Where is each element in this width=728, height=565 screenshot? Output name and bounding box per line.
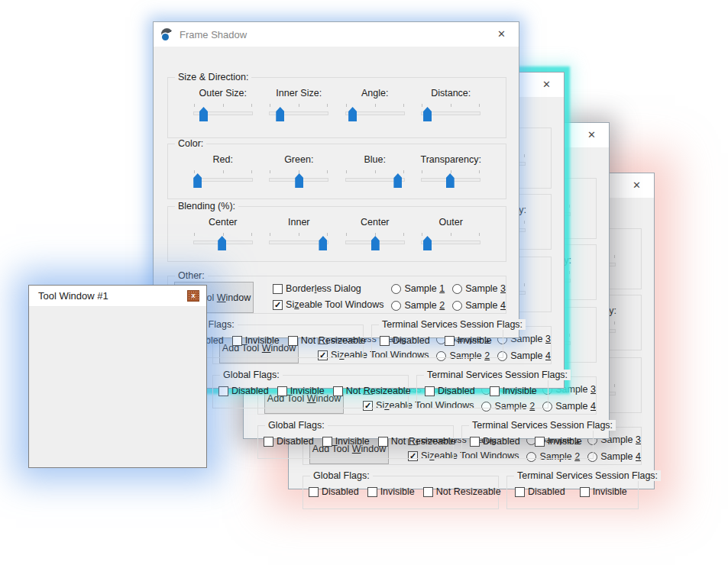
group-size-direction: Size & Direction: Outer Size: Inner Size…	[167, 77, 506, 138]
tool-window-body	[29, 307, 206, 467]
slider-blue[interactable]	[345, 169, 405, 189]
checkbox-terminal-invisible[interactable]: Invisible	[535, 436, 582, 447]
group-global-flags: Global Flags: Disabled Invisible Not Res…	[303, 476, 499, 509]
slider-thumb[interactable]	[319, 236, 327, 250]
checkbox-box[interactable]	[580, 487, 590, 497]
tick	[422, 233, 422, 236]
checkbox-box[interactable]	[515, 487, 525, 497]
checkbox-box[interactable]	[277, 386, 287, 396]
dialog-client-area: Size & Direction: Outer Size: Inner Size…	[154, 47, 519, 339]
tool-window-close-icon[interactable]: x	[187, 290, 199, 302]
checkbox-box[interactable]	[425, 386, 435, 396]
slider-blend-center-2[interactable]	[345, 231, 405, 251]
tool-window-titlebar[interactable]: Tool Window #1 x	[29, 286, 206, 307]
checkbox-global-invisible[interactable]: Invisible	[367, 486, 415, 497]
slider-transparency[interactable]	[421, 169, 480, 189]
checkbox-terminal-invisible[interactable]: Invisible	[445, 335, 492, 346]
radio-circle[interactable]	[452, 284, 462, 294]
checkbox-box[interactable]	[288, 336, 298, 346]
checkbox-box[interactable]	[273, 284, 283, 294]
close-icon[interactable]: ✕	[574, 123, 609, 147]
slider-thumb[interactable]	[423, 236, 432, 250]
checkbox-box[interactable]	[232, 336, 242, 346]
checkbox-global-disabled[interactable]: Disabled	[264, 436, 314, 447]
checkbox-terminal-disabled[interactable]: Disabled	[515, 486, 565, 497]
slider-distance[interactable]	[421, 102, 480, 122]
dialog-titlebar[interactable]: Frame Shadow ✕	[154, 22, 519, 47]
close-icon[interactable]: ✕	[620, 173, 654, 197]
checkbox-terminal-disabled[interactable]: Disabled	[425, 386, 475, 396]
slider-thumb[interactable]	[423, 107, 432, 121]
slider-red[interactable]	[193, 169, 253, 189]
checkbox-box[interactable]	[367, 487, 377, 497]
checkbox-global-not-resizeable[interactable]: Not Resizeable	[378, 436, 456, 447]
checkbox-label: Invisible	[503, 386, 537, 396]
close-icon[interactable]: ✕	[529, 73, 564, 96]
checkbox-terminal-invisible[interactable]: Invisible	[580, 486, 627, 497]
checkbox-box[interactable]	[333, 386, 343, 396]
group-label: Size & Direction:	[175, 72, 251, 82]
slider-blend-inner[interactable]	[269, 231, 328, 251]
slider-blend-center-1[interactable]	[193, 231, 253, 251]
slider-thumb[interactable]	[393, 173, 402, 188]
slider-outer-size[interactable]	[193, 102, 253, 122]
checkbox-sizeable-tool-windows[interactable]: ✓ Sizeable Tool Windows	[273, 299, 388, 310]
checkbox-box[interactable]	[445, 336, 455, 346]
checkbox-global-disabled[interactable]: Disabled	[218, 386, 269, 396]
checkbox-terminal-disabled[interactable]: Disabled	[380, 335, 430, 346]
checkbox-terminal-invisible[interactable]: Invisible	[490, 386, 537, 396]
radio-sample-4[interactable]: Sample 4	[497, 350, 551, 361]
slider-label-blend-outer: Outer	[439, 217, 463, 228]
radio-circle[interactable]	[391, 301, 401, 311]
group-label: Terminal Services Session Flags:	[424, 370, 571, 380]
checkbox-box[interactable]	[322, 437, 332, 447]
slider-thumb[interactable]	[446, 173, 455, 188]
checkbox-box[interactable]	[490, 386, 500, 396]
group-label: Terminal Services Session Flags:	[514, 470, 661, 481]
slider-label-blend-inner: Inner	[288, 217, 310, 228]
slider-inner-size[interactable]	[269, 102, 328, 122]
radio-sample-4[interactable]: Sample 4	[452, 300, 506, 311]
slider-thumb[interactable]	[276, 107, 284, 121]
checkbox-global-not-resizeable[interactable]: Not Resizeable	[288, 335, 366, 346]
slider-thumb[interactable]	[193, 173, 202, 188]
checkbox-box[interactable]	[535, 437, 545, 447]
checkbox-box[interactable]	[309, 487, 319, 497]
tick	[451, 170, 451, 173]
checkbox-global-disabled[interactable]: Disabled	[309, 486, 359, 497]
slider-thumb[interactable]	[348, 107, 357, 121]
slider-thumb[interactable]	[371, 236, 380, 250]
tick	[451, 104, 451, 107]
radio-sample-2[interactable]: Sample 2	[391, 300, 445, 311]
checkbox-box[interactable]	[470, 437, 480, 447]
radio-label: Sample 2	[404, 300, 445, 311]
checkbox-global-invisible[interactable]: Invisible	[277, 386, 325, 396]
checkbox-box[interactable]	[423, 487, 433, 497]
radio-circle[interactable]	[391, 284, 401, 294]
radio-sample-3[interactable]: Sample 3	[452, 283, 506, 294]
radio-sample-4[interactable]: Sample 4	[542, 401, 596, 412]
checkbox-terminal-disabled[interactable]: Disabled	[470, 436, 520, 447]
checkbox-global-invisible[interactable]: Invisible	[232, 335, 280, 346]
close-icon[interactable]: ✕	[484, 22, 519, 46]
checkbox-box[interactable]	[378, 437, 388, 447]
radio-sample-1[interactable]: Sample 1	[391, 283, 445, 294]
radio-circle[interactable]	[452, 301, 462, 311]
slider-angle[interactable]	[345, 102, 405, 122]
checkbox-box[interactable]	[218, 386, 228, 396]
slider-thumb[interactable]	[295, 173, 303, 188]
radio-sample-4[interactable]: Sample 4	[587, 451, 641, 462]
slider-blend-outer[interactable]	[421, 231, 480, 251]
checkbox-global-not-resizeable[interactable]: Not Resizeable	[333, 386, 411, 396]
slider-track[interactable]	[193, 178, 253, 182]
checkbox-borderless-dialog[interactable]: Borderless Dialog	[273, 283, 388, 294]
tick	[327, 170, 328, 173]
slider-green[interactable]	[269, 169, 328, 189]
checkbox-global-not-resizeable[interactable]: Not Resizeable	[423, 486, 501, 497]
slider-thumb[interactable]	[199, 107, 208, 121]
checkbox-box[interactable]	[380, 336, 390, 346]
checkbox-global-invisible[interactable]: Invisible	[322, 436, 370, 447]
slider-thumb[interactable]	[218, 236, 226, 250]
checkbox-box[interactable]	[264, 437, 273, 447]
checkbox-box[interactable]: ✓	[273, 300, 283, 310]
